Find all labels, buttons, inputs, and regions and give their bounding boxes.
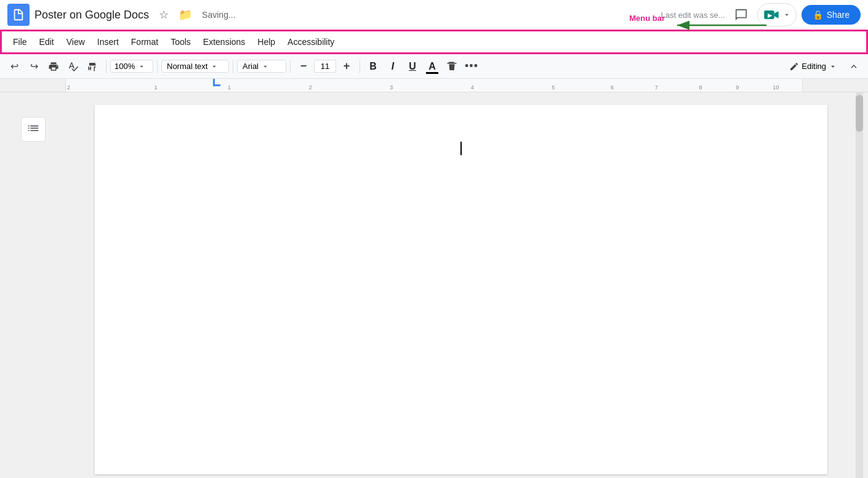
font-size-control: − 11 +	[294, 57, 356, 76]
comment-button[interactable]	[730, 4, 752, 26]
ruler-mark: 10	[773, 84, 779, 91]
zoom-value: 100%	[115, 62, 135, 71]
svg-text:▶: ▶	[768, 12, 773, 18]
toolbar-right: Editing	[784, 57, 863, 76]
bold-button[interactable]: B	[364, 57, 382, 76]
menu-help[interactable]: Help	[251, 33, 281, 51]
saving-status: Saving...	[202, 10, 235, 20]
zoom-control[interactable]: 100%	[110, 60, 153, 73]
font-size-input[interactable]: 11	[314, 60, 336, 73]
ruler-mark: 2	[67, 84, 70, 91]
font-control[interactable]: Arial	[237, 60, 286, 73]
tab-stop	[213, 79, 220, 86]
editing-mode-button[interactable]: Editing	[784, 59, 842, 74]
separator-4	[290, 60, 291, 73]
style-control[interactable]: Normal text	[161, 60, 229, 73]
move-to-folder-icon[interactable]: 📁	[176, 7, 195, 23]
undo-button[interactable]: ↩	[5, 57, 23, 76]
lock-icon: 🔒	[813, 10, 823, 20]
ruler-mark: 2	[309, 84, 312, 91]
redo-button[interactable]: ↪	[25, 57, 43, 76]
ruler-mark: 8	[699, 84, 702, 91]
doc-title: Poster on Google Docs	[34, 9, 149, 22]
style-value: Normal text	[167, 62, 207, 71]
more-options-button[interactable]: •••	[462, 57, 481, 76]
outline-button[interactable]	[21, 117, 46, 142]
ruler-inner: 2 1 1 2 3 4 5 6 7 8 9 10	[66, 79, 802, 92]
font-value: Arial	[243, 62, 259, 71]
svg-marker-1	[774, 11, 778, 18]
meet-button[interactable]: ▶	[757, 3, 797, 26]
document-area[interactable]	[66, 92, 856, 478]
main-area	[0, 92, 868, 478]
menu-tools[interactable]: Tools	[164, 33, 197, 51]
text-color-bar	[426, 72, 438, 74]
menu-edit[interactable]: Edit	[33, 33, 60, 51]
separator-2	[157, 60, 158, 73]
document-page[interactable]	[95, 105, 827, 474]
toolbar: ↩ ↪ 100% Normal text Arial − 11 + B I U …	[0, 54, 868, 79]
text-color-button[interactable]: A	[423, 57, 441, 76]
editing-label: Editing	[802, 62, 826, 71]
menu-insert[interactable]: Insert	[91, 33, 125, 51]
font-size-increase-button[interactable]: +	[337, 57, 356, 76]
text-color-icon: A	[428, 61, 436, 72]
collapse-toolbar-button[interactable]	[845, 57, 863, 76]
ruler-mark: 3	[390, 84, 393, 91]
ruler: 2 1 1 2 3 4 5 6 7 8 9 10	[0, 79, 868, 92]
paint-format-button[interactable]	[84, 57, 102, 76]
separator-5	[360, 60, 360, 73]
text-cursor	[460, 142, 462, 155]
title-right: Last edit was se... ▶ 🔒 Share	[661, 3, 861, 26]
title-bar: Poster on Google Docs ☆ 📁 Saving... Last…	[0, 0, 868, 30]
left-panel	[0, 92, 66, 478]
docs-icon[interactable]	[7, 4, 30, 26]
scrollbar-thumb[interactable]	[856, 95, 863, 132]
star-icon[interactable]: ☆	[156, 7, 171, 23]
menu-view[interactable]: View	[60, 33, 91, 51]
ruler-mark: 4	[471, 84, 474, 91]
menu-bar: File Edit View Insert Format Tools Exten…	[0, 30, 868, 54]
scrollbar[interactable]	[856, 92, 863, 478]
menu-format[interactable]: Format	[125, 33, 164, 51]
share-button[interactable]: 🔒 Share	[802, 5, 861, 25]
menu-extensions[interactable]: Extensions	[197, 33, 251, 51]
separator-1	[106, 60, 106, 73]
menu-accessibility[interactable]: Accessibility	[281, 33, 340, 51]
ruler-mark: 6	[611, 84, 614, 91]
highlight-button[interactable]	[443, 57, 461, 76]
last-edit-text: Last edit was se...	[661, 10, 725, 20]
menu-file[interactable]: File	[7, 33, 33, 51]
spell-check-button[interactable]	[64, 57, 82, 76]
underline-button[interactable]: U	[403, 57, 422, 76]
ruler-mark: 9	[736, 84, 739, 91]
right-panel	[856, 92, 868, 478]
ruler-mark: 1	[228, 84, 231, 91]
italic-button[interactable]: I	[384, 57, 402, 76]
ruler-mark: 5	[552, 84, 555, 91]
separator-3	[233, 60, 233, 73]
share-label: Share	[827, 10, 850, 20]
ruler-mark: 7	[655, 84, 658, 91]
ruler-mark: 1	[155, 84, 158, 91]
font-size-decrease-button[interactable]: −	[294, 57, 313, 76]
print-button[interactable]	[44, 57, 63, 76]
